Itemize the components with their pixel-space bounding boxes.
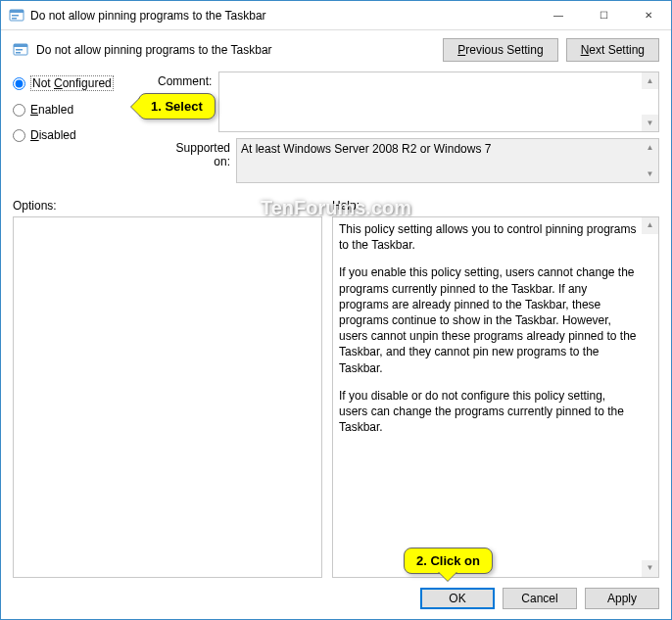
help-text: This policy setting allows you to contro… <box>339 221 637 435</box>
supported-on-text: At least Windows Server 2008 R2 or Windo… <box>241 142 491 156</box>
options-panel[interactable] <box>13 216 322 578</box>
dialog-button-row: 2. Click on OK Cancel Apply <box>1 578 671 619</box>
policy-title: Do not allow pinning programs to the Tas… <box>36 43 435 57</box>
window-title: Do not allow pinning programs to the Tas… <box>30 9 536 23</box>
previous-setting-button[interactable]: Previous Setting <box>443 38 557 62</box>
options-label: Options: <box>13 195 322 216</box>
next-setting-button[interactable]: Next Setting <box>566 38 659 62</box>
lower-panels: Options: Help: This policy setting allow… <box>1 195 671 578</box>
svg-rect-3 <box>12 18 17 20</box>
maximize-button[interactable]: ☐ <box>581 1 626 30</box>
svg-rect-2 <box>12 15 19 17</box>
fields-column: Comment: ▲▼ Supported on: At least Windo… <box>158 72 659 189</box>
help-label: Help: <box>332 195 659 216</box>
help-panel[interactable]: This policy setting allows you to contro… <box>332 216 659 578</box>
annotation-select: 1. Select <box>138 93 216 119</box>
supported-scrollbar[interactable]: ▲▼ <box>642 139 658 182</box>
radio-disabled[interactable]: Disabled <box>13 128 150 142</box>
state-radio-group: Not Configured Enabled Disabled 1. Selec… <box>13 72 150 189</box>
radio-not-configured[interactable]: Not Configured <box>13 75 150 91</box>
radio-disabled-input[interactable] <box>13 129 25 142</box>
cancel-button[interactable]: Cancel <box>503 588 577 609</box>
comment-textarea[interactable]: ▲▼ <box>218 72 659 132</box>
apply-button[interactable]: Apply <box>585 588 659 609</box>
window-icon <box>9 8 24 24</box>
scroll-up-icon[interactable]: ▲ <box>642 139 658 156</box>
close-button[interactable]: ✕ <box>626 1 671 30</box>
scroll-down-icon[interactable]: ▼ <box>642 166 658 182</box>
config-row: Not Configured Enabled Disabled 1. Selec… <box>1 70 671 195</box>
minimize-button[interactable]: — <box>536 1 581 30</box>
supported-label: Supported on: <box>158 138 236 183</box>
annotation-click: 2. Click on <box>404 548 493 574</box>
comment-scrollbar[interactable]: ▲▼ <box>642 72 658 131</box>
radio-not-configured-input[interactable] <box>13 77 25 90</box>
scroll-down-icon[interactable]: ▼ <box>642 560 658 577</box>
policy-icon <box>13 42 28 58</box>
svg-rect-1 <box>10 10 24 13</box>
svg-rect-6 <box>16 49 23 51</box>
scroll-down-icon[interactable]: ▼ <box>642 115 658 131</box>
title-bar: Do not allow pinning programs to the Tas… <box>1 1 671 30</box>
svg-rect-7 <box>16 52 21 54</box>
svg-rect-5 <box>14 44 27 47</box>
radio-enabled-input[interactable] <box>13 104 25 117</box>
header-row: Do not allow pinning programs to the Tas… <box>1 30 671 70</box>
help-scrollbar[interactable]: ▲▼ <box>642 217 658 577</box>
scroll-up-icon[interactable]: ▲ <box>642 217 658 234</box>
supported-on-box: At least Windows Server 2008 R2 or Windo… <box>236 138 659 183</box>
dialog-window: Do not allow pinning programs to the Tas… <box>0 0 672 620</box>
scroll-up-icon[interactable]: ▲ <box>642 72 658 89</box>
